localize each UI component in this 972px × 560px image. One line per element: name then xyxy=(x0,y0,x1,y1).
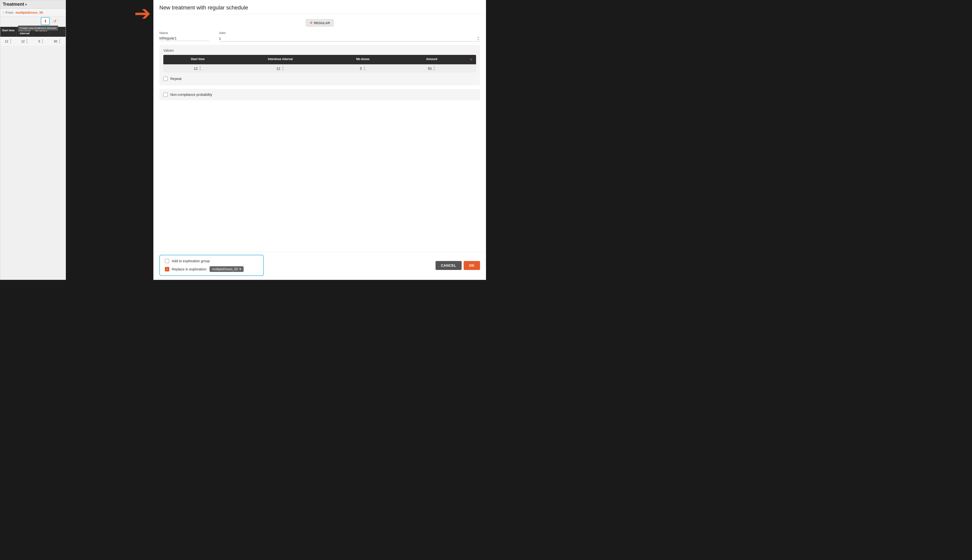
val-nb-doses-down[interactable]: ▼ xyxy=(363,68,366,71)
values-table: Start time Interdose interval Nb doses A… xyxy=(163,55,476,73)
left-panel-title: Treatment xyxy=(3,2,24,7)
adm-input-row: ▲ ▼ xyxy=(219,36,480,42)
vcell-interdose: 12 ▲ ▼ xyxy=(232,66,329,71)
left-val-nb-doses: 5 xyxy=(38,40,40,43)
val-start-time-down[interactable]: ▼ xyxy=(199,68,202,71)
replace-exploration-row: ✓ Replace in exploration: multipleDoses_… xyxy=(165,266,258,272)
repeat-label: Repeat xyxy=(170,77,181,81)
replace-dropdown-arrow: ▾ xyxy=(239,267,241,271)
repeat-row: Repeat xyxy=(163,75,476,82)
adm-up[interactable]: ▲ xyxy=(476,36,480,38)
val-amount: 50 xyxy=(428,67,432,70)
amount-up-left[interactable]: ▲ xyxy=(58,39,61,41)
vth-interdose: Interdose interval xyxy=(232,55,329,64)
values-title: Values xyxy=(163,48,476,52)
regular-icon: ↺ xyxy=(310,21,313,25)
start-time-down[interactable]: ▼ xyxy=(9,42,12,44)
replace-exploration-checkbox[interactable]: ✓ xyxy=(165,267,169,272)
val-interdose-spinner[interactable]: ▲ ▼ xyxy=(281,66,284,71)
interdose-up[interactable]: ▲ xyxy=(25,39,28,41)
start-time-up[interactable]: ▲ xyxy=(9,39,12,41)
interdose-spinner[interactable]: ▲ ▼ xyxy=(25,39,28,44)
ok-button[interactable]: OK xyxy=(463,261,480,270)
left-cell-interdose: 12 ▲ ▼ xyxy=(17,38,33,45)
val-start-time: 12 xyxy=(194,67,198,70)
val-interdose-up[interactable]: ▲ xyxy=(281,66,284,68)
replace-dropdown-button[interactable]: multipleDoses_50 ▾ xyxy=(209,266,243,272)
dialog-title: New treatment with regular schedule xyxy=(159,5,480,11)
vth-start-time: Start time xyxy=(163,55,232,64)
val-nb-doses: 5 xyxy=(360,67,362,70)
vth-actions: ≡ xyxy=(466,55,476,64)
adm-label: Adm xyxy=(219,31,480,35)
vcell-start-time: 12 ▲ ▼ xyxy=(163,66,232,71)
left-cell-nb-doses: 5 ▲ ▼ xyxy=(33,38,50,45)
left-header: Treatment ▾ xyxy=(0,0,65,9)
create-treatment-element-button[interactable]: ⬆ xyxy=(41,17,50,25)
dialog-bottom: Add to exploration group ✓ Replace in ex… xyxy=(153,252,486,280)
vth-amount: Amount xyxy=(397,55,466,64)
dialog-body: ↺ REGULAR Name Adm ▲ ▼ xyxy=(153,14,486,252)
val-nb-doses-spinner[interactable]: ▲ ▼ xyxy=(363,66,366,71)
nb-doses-spinner[interactable]: ▲ ▼ xyxy=(41,39,44,44)
val-start-time-spinner[interactable]: ▲ ▼ xyxy=(199,66,202,71)
left-table-row: 12 ▲ ▼ 12 ▲ ▼ 5 ▲ ▼ 50 ▲ ▼ xyxy=(0,37,65,46)
val-amount-spinner[interactable]: ▲ ▼ xyxy=(433,66,435,71)
action-buttons: CANCEL OK xyxy=(435,261,480,270)
regular-label: REGULAR xyxy=(314,21,330,25)
name-adm-row: Name Adm ▲ ▼ xyxy=(159,31,480,42)
name-field-group: Name xyxy=(159,31,209,41)
left-panel: Treatment ▾ ‹ From: multipleDoses_50 ⬆ ↺… xyxy=(0,0,66,280)
val-nb-doses-up[interactable]: ▲ xyxy=(363,66,366,68)
interdose-down[interactable]: ▼ xyxy=(25,42,28,44)
add-btn-area: ⬆ ↺ Create new treatment element xyxy=(41,17,58,25)
adm-down[interactable]: ▼ xyxy=(476,38,480,41)
noncompliance-section: Non-compliance probability xyxy=(159,89,480,100)
adm-spinner[interactable]: ▲ ▼ xyxy=(476,36,480,41)
left-val-start-time: 12 xyxy=(5,40,8,43)
left-val-amount: 50 xyxy=(54,40,57,43)
noncompliance-checkbox[interactable] xyxy=(163,92,168,97)
back-button[interactable]: ‹ xyxy=(3,10,4,15)
left-val-interdose: 12 xyxy=(21,40,25,43)
add-upload-icon: ⬆ xyxy=(44,19,47,23)
right-panel: New treatment with regular schedule ↺ RE… xyxy=(153,0,486,280)
add-exploration-row: Add to exploration group xyxy=(165,259,258,263)
regular-schedule-button[interactable]: ↺ REGULAR xyxy=(306,19,334,27)
vcell-nb-doses: 5 ▲ ▼ xyxy=(328,66,397,71)
noncompliance-label: Non-compliance probability xyxy=(170,93,212,97)
amount-spinner-left[interactable]: ▲ ▼ xyxy=(58,39,61,44)
black-background xyxy=(66,0,132,280)
cancel-button[interactable]: CANCEL xyxy=(435,261,462,270)
left-cell-start-time: 12 ▲ ▼ xyxy=(0,38,17,45)
name-input[interactable] xyxy=(159,36,209,41)
val-interdose-down[interactable]: ▼ xyxy=(281,68,284,71)
add-exploration-label: Add to exploration group xyxy=(172,259,210,263)
from-value: multipleDoses_50 xyxy=(15,11,43,14)
values-table-row: 12 ▲ ▼ 12 ▲ ▼ 5 xyxy=(163,64,476,73)
val-amount-up[interactable]: ▲ xyxy=(433,66,435,68)
transition-arrow-area: ➔ xyxy=(132,0,153,280)
vcell-empty xyxy=(466,66,476,71)
start-time-spinner[interactable]: ▲ ▼ xyxy=(9,39,12,44)
nb-doses-down[interactable]: ▼ xyxy=(41,42,44,44)
val-start-time-up[interactable]: ▲ xyxy=(199,66,202,68)
vth-nb-doses: Nb doses xyxy=(328,55,397,64)
repeat-checkbox[interactable] xyxy=(163,77,168,81)
dialog-header: New treatment with regular schedule xyxy=(153,0,486,14)
add-tooltip: Create new treatment element xyxy=(18,26,58,30)
from-label: From: xyxy=(5,11,14,14)
exploration-box: Add to exploration group ✓ Replace in ex… xyxy=(159,255,264,276)
replace-dropdown-value: multipleDoses_50 xyxy=(212,267,238,271)
replace-exploration-label: Replace in exploration: xyxy=(172,267,207,271)
amount-down-left[interactable]: ▼ xyxy=(58,42,61,44)
table-action-icon[interactable]: ≡ xyxy=(470,57,472,62)
adm-input[interactable] xyxy=(219,37,476,40)
add-exploration-checkbox[interactable] xyxy=(165,259,169,263)
right-arrow-icon: ➔ xyxy=(134,3,151,23)
title-dropdown-arrow[interactable]: ▾ xyxy=(25,2,27,7)
val-amount-down[interactable]: ▼ xyxy=(433,68,435,71)
val-interdose: 12 xyxy=(276,67,280,70)
nb-doses-up[interactable]: ▲ xyxy=(41,39,44,41)
refresh-button[interactable]: ↺ xyxy=(51,18,58,25)
